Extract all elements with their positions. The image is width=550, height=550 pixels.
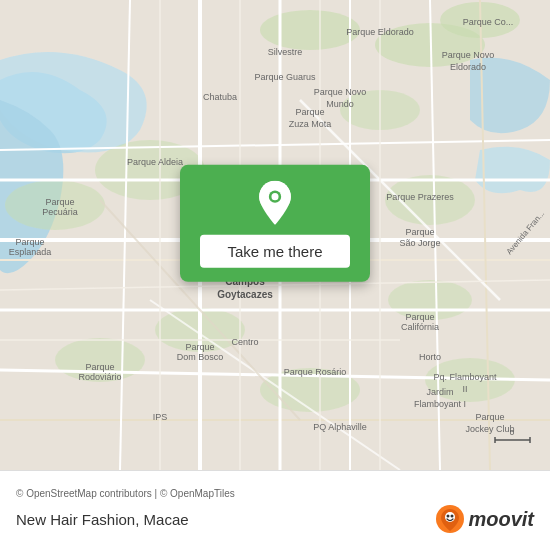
svg-text:Parque: Parque xyxy=(15,237,44,247)
moovit-logo: moovit xyxy=(436,505,534,533)
svg-text:Horto: Horto xyxy=(419,352,441,362)
svg-text:Mundo: Mundo xyxy=(326,99,354,109)
svg-text:Parque: Parque xyxy=(45,197,74,207)
svg-text:Silvestre: Silvestre xyxy=(268,47,303,57)
svg-text:Eldorado: Eldorado xyxy=(450,62,486,72)
svg-point-84 xyxy=(447,515,450,518)
svg-text:Parque: Parque xyxy=(85,362,114,372)
svg-text:Parque Novo: Parque Novo xyxy=(314,87,367,97)
svg-text:0: 0 xyxy=(510,428,515,437)
svg-text:Parque Co...: Parque Co... xyxy=(463,17,514,27)
svg-text:Parque Rosário: Parque Rosário xyxy=(284,367,347,377)
svg-text:II: II xyxy=(462,384,467,394)
svg-text:Parque Novo: Parque Novo xyxy=(442,50,495,60)
svg-text:Zuza Mota: Zuza Mota xyxy=(289,119,332,129)
svg-point-85 xyxy=(451,515,454,518)
svg-text:Rodoviário: Rodoviário xyxy=(78,372,121,382)
svg-text:Parque: Parque xyxy=(405,227,434,237)
svg-point-81 xyxy=(271,193,278,200)
svg-text:Centro: Centro xyxy=(231,337,258,347)
svg-text:Flamboyant I: Flamboyant I xyxy=(414,399,466,409)
svg-text:Parque Eldorado: Parque Eldorado xyxy=(346,27,414,37)
svg-text:Pq. Flamboyant: Pq. Flamboyant xyxy=(433,372,497,382)
svg-text:Parque Guarus: Parque Guarus xyxy=(254,72,316,82)
bottom-row: New Hair Fashion, Macae moovit xyxy=(16,505,534,533)
svg-text:IPS: IPS xyxy=(153,412,168,422)
svg-text:Pecuária: Pecuária xyxy=(42,207,78,217)
svg-text:Goytacazes: Goytacazes xyxy=(217,289,273,300)
svg-text:São Jorge: São Jorge xyxy=(399,238,440,248)
svg-text:Jardim: Jardim xyxy=(426,387,453,397)
svg-point-1 xyxy=(260,10,360,50)
svg-text:Parque: Parque xyxy=(475,412,504,422)
svg-text:Parque: Parque xyxy=(295,107,324,117)
svg-text:PQ Alphaville: PQ Alphaville xyxy=(313,422,367,432)
svg-text:Jockey Club: Jockey Club xyxy=(465,424,514,434)
map-attribution: © OpenStreetMap contributors | © OpenMap… xyxy=(16,488,534,499)
moovit-brand-icon xyxy=(436,505,464,533)
svg-text:Parque Aldeia: Parque Aldeia xyxy=(127,157,183,167)
svg-text:Parque: Parque xyxy=(185,342,214,352)
svg-text:Parque Prazeres: Parque Prazeres xyxy=(386,192,454,202)
take-me-there-button[interactable]: Take me there xyxy=(200,235,350,268)
svg-text:Dom Bosco: Dom Bosco xyxy=(177,352,224,362)
place-name: New Hair Fashion, Macae xyxy=(16,511,189,528)
svg-text:Chatuba: Chatuba xyxy=(203,92,237,102)
svg-text:Califórnia: Califórnia xyxy=(401,322,439,332)
svg-text:Esplanada: Esplanada xyxy=(9,247,52,257)
map-container: Silvestre Parque Eldorado Parque Co... P… xyxy=(0,0,550,470)
moovit-text: moovit xyxy=(468,508,534,531)
bottom-bar: © OpenStreetMap contributors | © OpenMap… xyxy=(0,470,550,550)
location-pin-icon xyxy=(253,181,297,225)
location-card: Take me there xyxy=(180,165,370,282)
svg-text:Parque: Parque xyxy=(405,312,434,322)
